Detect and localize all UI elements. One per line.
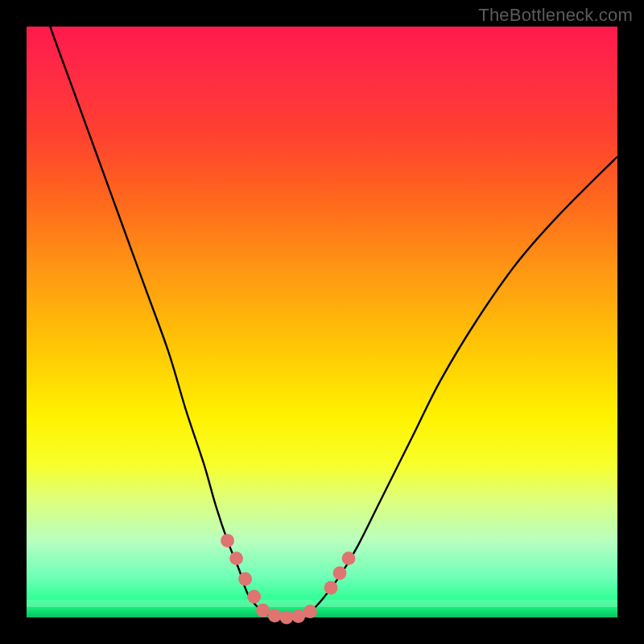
watermark-text: TheBottleneck.com bbox=[478, 5, 633, 26]
curve-marker bbox=[303, 605, 317, 618]
curve-marker bbox=[268, 609, 282, 622]
curve-marker bbox=[333, 567, 347, 580]
curve-marker bbox=[221, 534, 234, 547]
curve-marker bbox=[247, 590, 261, 604]
plot-area bbox=[27, 27, 617, 617]
chart-svg bbox=[27, 27, 617, 617]
chart-frame: TheBottleneck.com bbox=[0, 0, 644, 644]
curve-marker bbox=[238, 572, 252, 586]
curve-markers bbox=[221, 534, 355, 624]
curve-marker bbox=[229, 551, 243, 565]
bottleneck-curve bbox=[27, 0, 617, 618]
curve-marker bbox=[256, 604, 270, 617]
curve-marker bbox=[342, 551, 356, 565]
curve-marker bbox=[280, 611, 294, 625]
curve-marker bbox=[324, 581, 338, 595]
curve-marker bbox=[291, 609, 305, 623]
